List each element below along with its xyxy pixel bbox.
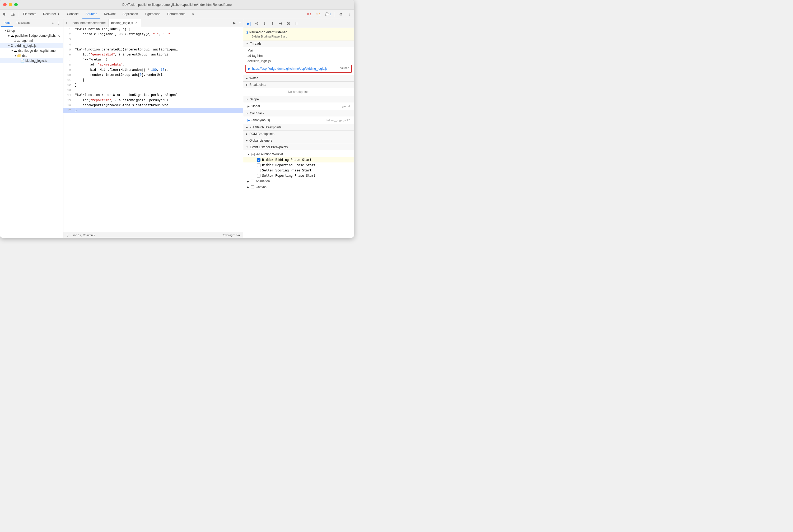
- code-editor[interactable]: 1"kw">function log(label, o) {2 console.…: [63, 27, 243, 232]
- tab-console[interactable]: Console: [64, 10, 82, 19]
- line-content: console.log(label, JSON.stringify(o, " "…: [74, 32, 243, 37]
- tab-recorder[interactable]: Recorder ▲: [40, 10, 63, 19]
- worklet-icon: ⚙: [11, 43, 14, 48]
- tree-item-dsp-folder[interactable]: ▼ 📁 dsp: [0, 53, 63, 58]
- device-toggle-icon[interactable]: [9, 11, 16, 18]
- callstack-arrow: ▼: [246, 112, 248, 115]
- more-options-icon[interactable]: ⋮: [345, 11, 353, 18]
- code-line-12[interactable]: 12}: [63, 83, 243, 88]
- tab-network[interactable]: Network: [101, 10, 119, 19]
- tree-item-top[interactable]: ▼ □ top: [0, 28, 63, 33]
- bidder-bidding-checkbox[interactable]: ✓: [257, 158, 261, 162]
- editor-tab-index[interactable]: index.html?fencedframe: [69, 19, 109, 27]
- tree-item-dsp-origin[interactable]: ▼ ☁ dsp-fledge-demo.glitch.me: [0, 48, 63, 53]
- code-line-13[interactable]: 13: [63, 88, 243, 93]
- canvas-header[interactable]: ▶ Canvas: [243, 184, 354, 190]
- dom-breakpoints-header[interactable]: ▶ DOM Breakpoints: [243, 131, 354, 137]
- tab-nav-right-btn[interactable]: ▶: [231, 19, 237, 27]
- code-line-11[interactable]: 11 }: [63, 78, 243, 83]
- message-badge[interactable]: 💬 1: [323, 12, 333, 16]
- left-panel-tabs: Page Filesystem » ⋮: [0, 19, 63, 27]
- watch-header[interactable]: ▶ Watch: [243, 75, 354, 81]
- tab-add-btn[interactable]: +: [237, 19, 243, 27]
- select-element-icon[interactable]: [1, 11, 8, 18]
- thread-adtag[interactable]: ad-tag.html: [243, 53, 354, 58]
- code-line-1[interactable]: 1"kw">function log(label, o) {: [63, 27, 243, 32]
- right-panel-body: ℹ Paused on event listener Bidder Biddin…: [243, 28, 354, 238]
- ad-auction-worklet-header[interactable]: ▼ — Ad Auction Worklet: [243, 151, 354, 157]
- minimize-button[interactable]: [9, 3, 12, 6]
- tab-nav-left[interactable]: ‹: [63, 19, 69, 27]
- code-line-7[interactable]: 7 "kw">return {: [63, 57, 243, 62]
- code-line-8[interactable]: 8 ad: "ad-metadata",: [63, 62, 243, 68]
- tree-item-bidding-file[interactable]: 📄 bidding_logic.js: [0, 58, 63, 63]
- tab-lighthouse[interactable]: Lighthouse: [141, 10, 164, 19]
- line-number: 15: [63, 98, 74, 103]
- breakpoints-header[interactable]: ▶ Breakpoints: [243, 82, 354, 88]
- tree-item-publisher[interactable]: ▶ ☁ publisher-fledge-demo.glitch.me: [0, 33, 63, 38]
- error-badge[interactable]: ⊗ 1: [305, 12, 313, 16]
- settings-icon[interactable]: ⚙: [337, 11, 344, 18]
- xhr-breakpoints-header[interactable]: ▶ XHR/fetch Breakpoints: [243, 124, 354, 131]
- more-tabs-btn[interactable]: »: [189, 10, 197, 19]
- warning-badge[interactable]: ⚠ 1: [314, 12, 322, 16]
- thread-decision[interactable]: decision_logic.js: [243, 58, 354, 64]
- threads-header[interactable]: ▼ Threads: [243, 40, 354, 47]
- code-line-10[interactable]: 10 render: interestGroup.ads[0].renderUr…: [63, 73, 243, 78]
- tab-elements[interactable]: Elements: [20, 10, 39, 19]
- tab-sources[interactable]: Sources: [82, 10, 100, 19]
- code-line-9[interactable]: 9 bid: Math.floor(Math.random() * 100, 1…: [63, 68, 243, 73]
- bidder-reporting-checkbox[interactable]: [257, 164, 261, 167]
- global-listeners-header[interactable]: ▶ Global Listeners: [243, 137, 354, 144]
- code-line-2[interactable]: 2 console.log(label, JSON.stringify(o, "…: [63, 32, 243, 37]
- scope-header[interactable]: ▼ Scope: [243, 96, 354, 102]
- code-line-17[interactable]: 17}: [63, 108, 243, 113]
- code-line-3[interactable]: 3}: [63, 37, 243, 42]
- scope-global[interactable]: ▶ Global global: [243, 103, 354, 109]
- el-bidder-bidding[interactable]: ✓ Bidder Bidding Phase Start: [243, 157, 354, 163]
- tab-performance[interactable]: Performance: [164, 10, 189, 19]
- maximize-button[interactable]: [14, 3, 18, 6]
- animation-checkbox[interactable]: [251, 179, 254, 183]
- more-panel-tabs[interactable]: »: [50, 21, 55, 25]
- line-content: }: [74, 108, 243, 113]
- step-out-btn[interactable]: [269, 20, 276, 27]
- callstack-header[interactable]: ▼ Call Stack: [243, 110, 354, 116]
- line-number: 9: [63, 68, 74, 73]
- close-button[interactable]: [3, 3, 6, 6]
- code-line-6[interactable]: 6 log("generateBid", { interestGroup, au…: [63, 52, 243, 57]
- canvas-checkbox[interactable]: [251, 186, 254, 189]
- el-seller-reporting[interactable]: Seller Reporting Phase Start: [243, 173, 354, 178]
- tab-filesystem[interactable]: Filesystem: [13, 19, 33, 27]
- resume-btn[interactable]: ▶|: [245, 20, 252, 27]
- pause-exceptions-btn[interactable]: ⏸: [293, 20, 300, 27]
- active-thread-arrow: ▶: [248, 67, 250, 71]
- code-line-4[interactable]: 4: [63, 42, 243, 47]
- thread-bidding-active[interactable]: ▶ https://dsp-fledge-demo.glitch.me/dsp/…: [245, 65, 352, 73]
- tree-item-bidding-worklet[interactable]: ▼ ⚙ bidding_logic.js: [0, 43, 63, 48]
- panel-menu-btn[interactable]: ⋮: [55, 21, 62, 25]
- code-line-14[interactable]: 14"kw">function reportWin(auctionSignals…: [63, 93, 243, 98]
- step-over-btn[interactable]: [253, 20, 260, 27]
- callstack-item-anon[interactable]: ▶ (anonymous) bidding_logic.js:17: [243, 117, 354, 123]
- ad-auction-checkbox[interactable]: —: [251, 153, 254, 156]
- el-bidder-reporting[interactable]: Bidder Reporting Phase Start: [243, 163, 354, 168]
- code-line-15[interactable]: 15 log("reportWin", { auctionSignals, pe…: [63, 98, 243, 103]
- step-into-btn[interactable]: [261, 20, 268, 27]
- code-line-5[interactable]: 5"kw">function generateBid(interestGroup…: [63, 47, 243, 52]
- tab-page[interactable]: Page: [1, 19, 13, 27]
- seller-reporting-checkbox[interactable]: [257, 174, 261, 177]
- seller-scoring-checkbox[interactable]: [257, 169, 261, 172]
- format-btn[interactable]: {}: [67, 233, 69, 237]
- el-seller-scoring[interactable]: Seller Scoring Phase Start: [243, 168, 354, 173]
- code-line-16[interactable]: 16 sendReportTo(browserSignals.interestG…: [63, 103, 243, 108]
- deactivate-breakpoints-btn[interactable]: [285, 20, 292, 27]
- tree-item-adtag[interactable]: □ ad-tag.html: [0, 38, 63, 43]
- close-tab-icon[interactable]: ✕: [134, 21, 138, 25]
- thread-main[interactable]: Main: [243, 48, 354, 53]
- event-listener-breakpoints-header[interactable]: ▼ Event Listener Breakpoints: [243, 144, 354, 150]
- tab-application[interactable]: Application: [119, 10, 141, 19]
- animation-header[interactable]: ▶ Animation: [243, 178, 354, 184]
- step-btn[interactable]: [277, 20, 284, 27]
- editor-tab-bidding[interactable]: bidding_logic.js ✕: [109, 19, 141, 27]
